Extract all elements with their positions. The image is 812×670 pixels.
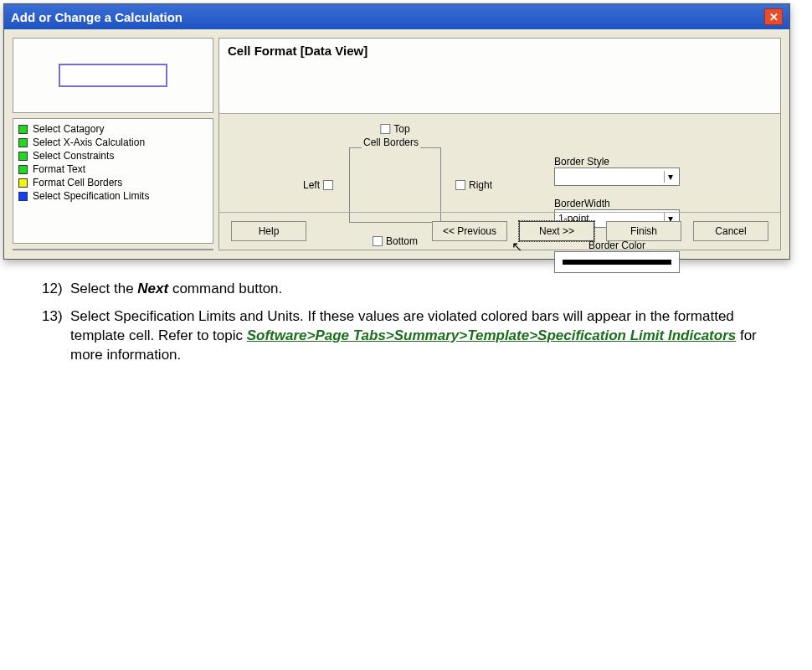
- step-number: 12): [42, 280, 70, 299]
- wizard-button-row: Help << Previous Next >> Finish Cancel ↖: [219, 212, 780, 250]
- form-area: Cell Borders Top Bottom Left: [219, 114, 780, 212]
- color-swatch: [563, 260, 671, 265]
- right-border-checkbox[interactable]: [455, 180, 465, 190]
- step-label: Format Text: [33, 163, 85, 175]
- dialog-window: Add or Change a Calculation ✕ Select Cat…: [3, 3, 790, 260]
- step-label: Select Constraints: [33, 150, 114, 162]
- left-border-label: Left: [303, 179, 320, 191]
- titlebar: Add or Change a Calculation ✕: [4, 4, 789, 29]
- step-label: Select Specification Limits: [33, 190, 149, 202]
- next-button[interactable]: Next >>: [519, 221, 594, 241]
- help-topic-link[interactable]: Software>Page Tabs>Summary>Template>Spec…: [247, 327, 736, 343]
- right-border-label: Right: [469, 179, 492, 191]
- right-column: Cell Format [Data View] Cell Borders Top…: [218, 38, 781, 250]
- step-number: 13): [42, 307, 70, 365]
- border-color-picker[interactable]: [554, 251, 680, 273]
- list-item[interactable]: Format Cell Borders: [18, 176, 208, 189]
- right-border-option: Right: [455, 179, 492, 191]
- left-border-option: Left: [303, 179, 333, 191]
- left-border-checkbox[interactable]: [323, 180, 333, 190]
- wizard-step-list: Select Catagory Select X-Axis Calculatio…: [13, 118, 213, 244]
- step-label: Select X-Axis Calculation: [33, 137, 145, 148]
- left-spacer-pane: [13, 249, 213, 250]
- step-text: command button.: [168, 281, 282, 296]
- list-item[interactable]: Select Specification Limits: [18, 189, 208, 203]
- close-icon[interactable]: ✕: [764, 8, 783, 25]
- step-label: Select Catagory: [33, 123, 104, 135]
- left-column: Select Catagory Select X-Axis Calculatio…: [13, 38, 213, 250]
- border-style-label: Border Style: [554, 156, 722, 168]
- cancel-button[interactable]: Cancel: [693, 221, 768, 241]
- status-square-icon: [18, 152, 28, 161]
- status-square-icon: [18, 125, 28, 134]
- step-text: Select the: [70, 281, 137, 296]
- list-item[interactable]: Select Catagory: [18, 122, 208, 136]
- instruction-step-13: 13) Select Specification Limits and Unit…: [42, 307, 787, 365]
- cell-borders-label: Cell Borders: [362, 137, 420, 148]
- top-border-option: Top: [380, 123, 409, 135]
- help-button[interactable]: Help: [231, 221, 306, 241]
- status-square-icon: [18, 178, 28, 188]
- panel-heading: Cell Format [Data View]: [219, 39, 780, 114]
- client-area: Select Catagory Select X-Axis Calculatio…: [4, 29, 789, 259]
- status-square-icon: [18, 192, 28, 201]
- emphasized-word: Next: [137, 281, 168, 296]
- cell-preview-pane: [13, 38, 213, 113]
- list-item[interactable]: Format Text: [18, 162, 208, 176]
- step-label: Format Cell Borders: [33, 177, 122, 188]
- window-title: Add or Change a Calculation: [11, 10, 182, 24]
- border-width-label: BorderWidth: [554, 198, 722, 209]
- previous-button[interactable]: << Previous: [432, 221, 507, 241]
- list-item[interactable]: Select X-Axis Calculation: [18, 136, 208, 149]
- top-border-checkbox[interactable]: [380, 124, 390, 134]
- border-style-select[interactable]: ▾: [554, 168, 680, 186]
- status-square-icon: [18, 138, 28, 147]
- list-item[interactable]: Select Constraints: [18, 149, 208, 162]
- cell-preview: [59, 64, 167, 87]
- top-border-label: Top: [393, 123, 409, 135]
- finish-button[interactable]: Finish: [606, 221, 681, 241]
- chevron-down-icon: ▾: [664, 171, 676, 183]
- status-square-icon: [18, 165, 28, 174]
